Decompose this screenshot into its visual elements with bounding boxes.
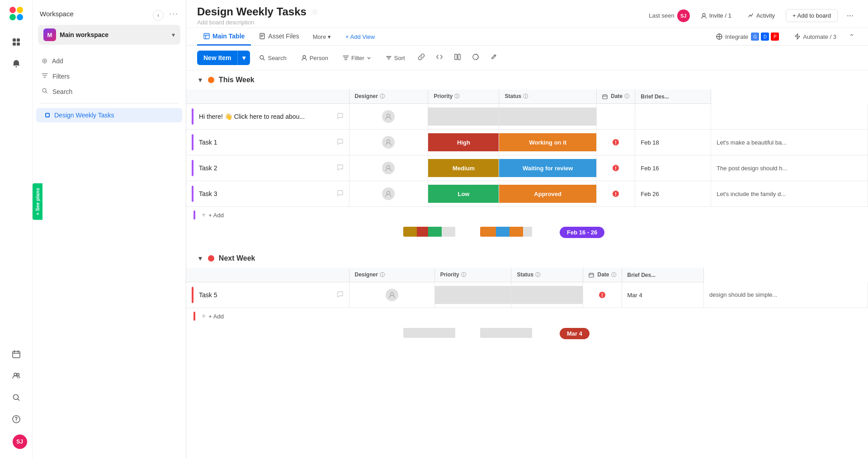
embed-icon[interactable]: [432, 50, 447, 65]
tab-more[interactable]: More ▾: [307, 30, 336, 44]
new-item-btn[interactable]: New Item ▾: [197, 51, 250, 65]
date-info[interactable]: ⓘ: [624, 93, 629, 99]
table-row[interactable]: Task 5 Mar 4design should be simple...: [186, 282, 868, 308]
status-cell[interactable]: [499, 104, 596, 130]
integrate-btn[interactable]: Integrate G D P: [711, 30, 784, 43]
team-icon[interactable]: [6, 366, 26, 386]
priority-info[interactable]: ⓘ: [454, 93, 459, 99]
column-settings-icon[interactable]: [450, 50, 465, 65]
filter-btn-label: Filter: [351, 55, 364, 61]
integrate-label: Integrate: [725, 33, 748, 40]
priority-cell[interactable]: [434, 282, 511, 308]
chat-icon[interactable]: [337, 112, 344, 121]
workspace-selector[interactable]: M Main workspace ▾: [38, 25, 180, 45]
designer-info[interactable]: ⓘ: [380, 93, 385, 99]
next-week-add-row[interactable]: + + Add: [186, 308, 868, 324]
date-info-nw[interactable]: ⓘ: [611, 272, 616, 277]
header-more-btn[interactable]: ···: [843, 9, 857, 22]
automate-btn[interactable]: Automate / 3: [789, 31, 842, 43]
activity-btn[interactable]: Activity: [742, 9, 780, 22]
status-cell[interactable]: Approved: [499, 181, 596, 207]
star-icon[interactable]: ☆: [311, 7, 318, 17]
tab-main-table[interactable]: Main Table: [197, 28, 251, 46]
app-logo[interactable]: [8, 5, 24, 23]
priority-cell[interactable]: Low: [428, 181, 499, 207]
help-icon[interactable]: [6, 409, 26, 429]
workspace-icon: M: [43, 28, 56, 41]
status-cell[interactable]: Waiting for review: [499, 155, 596, 181]
status-info-nw[interactable]: ⓘ: [535, 272, 540, 277]
table-row[interactable]: Task 1 HighWorking on itFeb 18Let's make…: [186, 130, 868, 155]
this-week-header-row: Designerⓘ Priorityⓘ Statusⓘ Dateⓘ Brief …: [186, 89, 868, 104]
nav-filters[interactable]: Filters: [33, 69, 186, 84]
chat-icon[interactable]: [337, 138, 344, 146]
table-row[interactable]: Task 2 MediumWaiting for reviewFeb 16The…: [186, 155, 868, 181]
sidebar-dots[interactable]: ···: [169, 9, 179, 19]
date-cell[interactable]: [635, 104, 711, 130]
tab-asset-files[interactable]: Asset Files: [253, 28, 305, 46]
link-icon[interactable]: [414, 50, 429, 65]
priority-info-nw[interactable]: ⓘ: [461, 272, 466, 277]
calendar-icon[interactable]: [6, 344, 26, 364]
nav-add[interactable]: ⊕ Add: [33, 53, 186, 69]
see-plans-tab[interactable]: + See plans: [33, 183, 42, 220]
designer-avatar[interactable]: [382, 187, 395, 200]
designer-avatar[interactable]: [382, 136, 395, 149]
group-this-week-header[interactable]: ▼ This Week: [186, 70, 868, 89]
status-summary: [480, 328, 534, 338]
designer-avatar[interactable]: [382, 162, 395, 174]
row-color-bar: [192, 186, 193, 202]
color-icon[interactable]: [468, 50, 483, 65]
designer-cell[interactable]: [349, 130, 428, 155]
priority-cell[interactable]: [428, 104, 499, 130]
brief-cell: Let's make a beautiful ba...: [711, 130, 868, 155]
table-row[interactable]: Task 3 LowApprovedFeb 26Let's include th…: [186, 181, 868, 207]
designer-avatar[interactable]: [382, 110, 395, 123]
designer-cell[interactable]: [349, 155, 428, 181]
table-row[interactable]: Hi there! 👋 Click here to read abou...: [186, 104, 868, 130]
chat-icon[interactable]: [337, 291, 344, 299]
task-name: Task 5: [199, 291, 217, 299]
status-cell[interactable]: [511, 282, 583, 308]
sort-btn[interactable]: Sort: [380, 51, 410, 65]
filter-btn[interactable]: Filter: [337, 51, 377, 65]
user-avatar[interactable]: SJ: [13, 435, 27, 449]
last-seen-avatar[interactable]: SJ: [677, 9, 690, 22]
date-cell[interactable]: Feb 18: [635, 130, 711, 155]
status-info[interactable]: ⓘ: [523, 93, 528, 99]
new-item-arrow[interactable]: ▾: [237, 51, 250, 65]
search-toolbar-btn[interactable]: Search: [254, 51, 292, 65]
this-week-add-row[interactable]: + + Add: [186, 207, 868, 223]
status-cell[interactable]: Working on it: [499, 130, 596, 155]
collapse-this-week-icon[interactable]: ▼: [197, 76, 203, 84]
designer-cell[interactable]: [349, 181, 428, 207]
date-cell[interactable]: Feb 16: [635, 155, 711, 181]
board-item-design-weekly[interactable]: Design Weekly Tasks: [36, 108, 182, 122]
group-next-week-header[interactable]: ▼ Next Week: [186, 249, 868, 268]
designer-cell[interactable]: [349, 282, 434, 308]
board-description[interactable]: Add board description: [197, 19, 318, 26]
designer-cell[interactable]: [349, 104, 428, 130]
date-cell[interactable]: Feb 26: [635, 181, 711, 207]
priority-cell[interactable]: High: [428, 130, 499, 155]
add-to-board-btn[interactable]: + Add to board: [786, 9, 838, 22]
designer-avatar[interactable]: [386, 289, 398, 301]
chat-icon[interactable]: [337, 190, 344, 198]
col-brief-nw: Brief Des...: [622, 268, 704, 282]
sidebar-collapse-btn[interactable]: ‹: [153, 10, 164, 21]
collapse-tabs-btn[interactable]: ⌃: [846, 30, 857, 43]
designer-info-nw[interactable]: ⓘ: [380, 272, 385, 277]
search-icon-left[interactable]: [6, 388, 26, 407]
chat-icon[interactable]: [337, 164, 344, 172]
collapse-next-week-icon[interactable]: ▼: [197, 255, 203, 262]
add-view-btn[interactable]: + Add View: [340, 30, 380, 44]
date-cell[interactable]: Mar 4: [622, 282, 704, 308]
grid-icon[interactable]: [6, 32, 26, 52]
bell-icon[interactable]: [6, 54, 26, 74]
invite-btn[interactable]: Invite / 1: [695, 9, 737, 22]
priority-cell[interactable]: Medium: [428, 155, 499, 181]
edit-icon[interactable]: [486, 50, 501, 65]
person-btn[interactable]: Person: [296, 51, 334, 65]
date-range-badge: Mar 4: [560, 328, 590, 339]
nav-search[interactable]: Search: [33, 84, 186, 99]
